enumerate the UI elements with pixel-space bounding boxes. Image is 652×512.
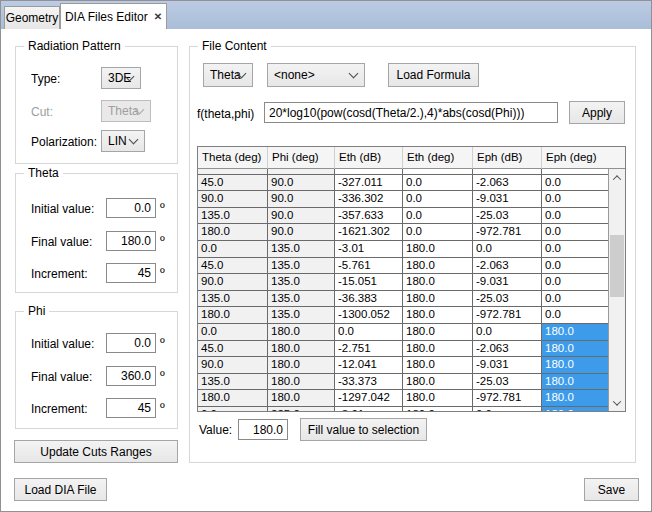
scroll-down-button[interactable] <box>609 394 625 411</box>
table-cell[interactable]: 180.0 <box>403 274 473 291</box>
table-cell[interactable]: 0.0 <box>542 258 608 275</box>
table-cell[interactable]: 180.0 <box>268 357 335 374</box>
load-formula-button[interactable]: Load Formula <box>388 63 479 87</box>
table-cell[interactable]: 135.0 <box>268 274 335 291</box>
table-cell[interactable]: -357.633 <box>335 208 403 225</box>
table-cell[interactable]: 0.0 <box>473 407 542 411</box>
table-cell[interactable]: 0.0 <box>542 224 608 241</box>
table-cell[interactable]: -2.751 <box>335 341 403 358</box>
table-cell[interactable]: -25.03 <box>473 291 542 308</box>
table-cell[interactable]: -336.302 <box>335 191 403 208</box>
table-cell[interactable]: 135.0 <box>268 258 335 275</box>
table-cell[interactable]: 0.0 <box>542 307 608 324</box>
table-cell[interactable]: 180.0 <box>542 390 608 407</box>
table-cell[interactable]: 180.0 <box>268 324 335 341</box>
table-cell[interactable]: 90.0 <box>268 208 335 225</box>
table-cell[interactable]: 0.0 <box>542 241 608 258</box>
formula-select-combo[interactable]: <none> <box>267 63 365 87</box>
fill-value-button[interactable]: Fill value to selection <box>300 418 427 441</box>
phi-initial-input[interactable] <box>106 333 156 353</box>
table-cell[interactable]: 0.0 <box>198 241 268 258</box>
table-cell[interactable]: -2.063 <box>473 258 542 275</box>
table-cell[interactable]: 90.0 <box>198 191 268 208</box>
table-cell[interactable]: 0.0 <box>335 324 403 341</box>
table-cell[interactable]: 0.0 <box>403 224 473 241</box>
table-cell[interactable]: -9.031 <box>473 274 542 291</box>
table-cell[interactable]: -25.03 <box>473 374 542 391</box>
table-cell[interactable]: -1300.052 <box>335 307 403 324</box>
table-cell[interactable]: 90.0 <box>198 357 268 374</box>
update-cuts-ranges-button[interactable]: Update Cuts Ranges <box>14 440 178 463</box>
theta-final-input[interactable] <box>106 231 156 251</box>
table-cell[interactable]: 135.0 <box>268 307 335 324</box>
column-header[interactable]: Phi (deg) <box>268 147 335 169</box>
table-cell[interactable]: 0.0 <box>542 208 608 225</box>
table-cell[interactable]: 0.0 <box>403 191 473 208</box>
table-cell[interactable]: 180.0 <box>403 307 473 324</box>
table-cell[interactable]: -5.761 <box>335 258 403 275</box>
table-cell[interactable]: 0.0 <box>403 175 473 192</box>
table-cell[interactable]: -33.373 <box>335 374 403 391</box>
table-cell[interactable]: 180.0 <box>403 241 473 258</box>
table-cell[interactable]: -327.011 <box>335 175 403 192</box>
apply-button[interactable]: Apply <box>569 101 625 124</box>
table-cell[interactable]: 225.0 <box>268 407 335 411</box>
table-cell[interactable]: 180.0 <box>403 407 473 411</box>
table-cell[interactable]: -972.781 <box>473 224 542 241</box>
column-header[interactable]: Eth (dB) <box>335 147 403 169</box>
table-cell[interactable]: 180.0 <box>198 390 268 407</box>
column-select-combo[interactable]: Theta <box>203 63 253 87</box>
table-cell[interactable]: 180.0 <box>403 374 473 391</box>
table-cell[interactable]: -25.03 <box>473 208 542 225</box>
table-cell[interactable]: -2.063 <box>473 175 542 192</box>
polarization-combo[interactable]: LIN <box>101 130 145 152</box>
table-cell[interactable]: -36.383 <box>335 291 403 308</box>
type-combo[interactable]: 3DE <box>101 67 141 89</box>
table-cell[interactable]: 180.0 <box>542 407 608 411</box>
table-cell[interactable]: -1621.302 <box>335 224 403 241</box>
table-cell[interactable]: -1297.042 <box>335 390 403 407</box>
table-cell[interactable]: 180.0 <box>403 291 473 308</box>
tab-geometry[interactable]: Geometry <box>4 6 60 29</box>
column-header[interactable]: Eph (deg) <box>542 147 608 169</box>
table-cell[interactable]: 135.0 <box>198 291 268 308</box>
table-cell[interactable]: 180.0 <box>268 341 335 358</box>
phi-increment-input[interactable] <box>106 398 156 418</box>
table-cell[interactable]: -3.01 <box>335 407 403 411</box>
table-cell[interactable]: 180.0 <box>403 324 473 341</box>
table-cell[interactable]: -12.041 <box>335 357 403 374</box>
table-cell[interactable]: 135.0 <box>198 374 268 391</box>
column-header[interactable]: Eth (deg) <box>403 147 473 169</box>
table-cell[interactable]: 180.0 <box>198 307 268 324</box>
table-cell[interactable]: 180.0 <box>403 258 473 275</box>
column-header[interactable]: Theta (deg) <box>198 147 268 169</box>
phi-final-input[interactable] <box>106 366 156 386</box>
scroll-up-button[interactable] <box>609 169 625 186</box>
table-cell[interactable]: 180.0 <box>542 357 608 374</box>
table-cell[interactable]: 180.0 <box>542 374 608 391</box>
table-cell[interactable]: -2.063 <box>473 341 542 358</box>
table-cell[interactable]: 180.0 <box>403 390 473 407</box>
column-header[interactable]: Eph (dB) <box>473 147 542 169</box>
table-cell[interactable]: 0.0 <box>473 324 542 341</box>
vertical-scrollbar[interactable] <box>608 169 625 411</box>
theta-initial-input[interactable] <box>106 198 156 218</box>
table-cell[interactable]: 90.0 <box>268 224 335 241</box>
formula-input[interactable] <box>264 102 558 123</box>
table-cell[interactable]: 90.0 <box>268 175 335 192</box>
theta-increment-input[interactable] <box>106 263 156 283</box>
table-cell[interactable]: 0.0 <box>542 175 608 192</box>
table-cell[interactable]: 0.0 <box>542 191 608 208</box>
table-cell[interactable]: 45.0 <box>198 341 268 358</box>
table-cell[interactable]: -9.031 <box>473 191 542 208</box>
close-icon[interactable]: ✕ <box>154 11 162 22</box>
scrollbar-thumb[interactable] <box>610 235 624 297</box>
save-button[interactable]: Save <box>584 478 639 501</box>
table-cell[interactable]: 0.0 <box>542 274 608 291</box>
table-cell[interactable]: 0.0 <box>198 407 268 411</box>
table-cell[interactable]: 180.0 <box>403 341 473 358</box>
table-cell[interactable]: 135.0 <box>198 208 268 225</box>
table-cell[interactable]: 0.0 <box>542 291 608 308</box>
table-cell[interactable]: 180.0 <box>542 324 608 341</box>
table-cell[interactable]: 180.0 <box>268 374 335 391</box>
